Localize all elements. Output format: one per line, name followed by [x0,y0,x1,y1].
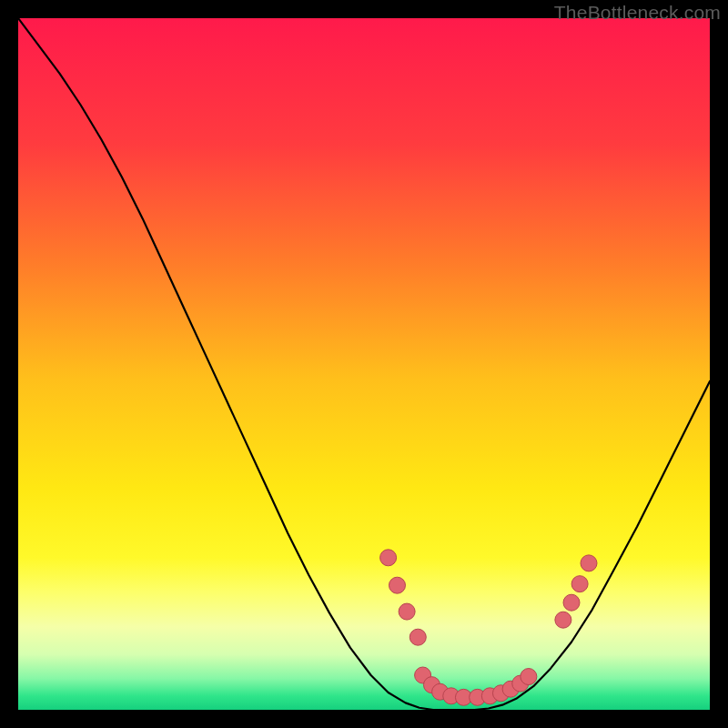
curve-dot [555,612,571,628]
gradient-background [18,18,710,710]
curve-dot [399,603,415,620]
curve-dot [389,577,405,593]
watermark-text: TheBottleneck.com [554,2,721,24]
curve-dot [581,555,597,571]
curve-dot [563,594,580,611]
curve-dot [571,576,588,592]
curve-dot [521,669,537,685]
bottleneck-chart [18,18,710,710]
curve-dot [380,550,397,566]
curve-dot [410,629,426,645]
